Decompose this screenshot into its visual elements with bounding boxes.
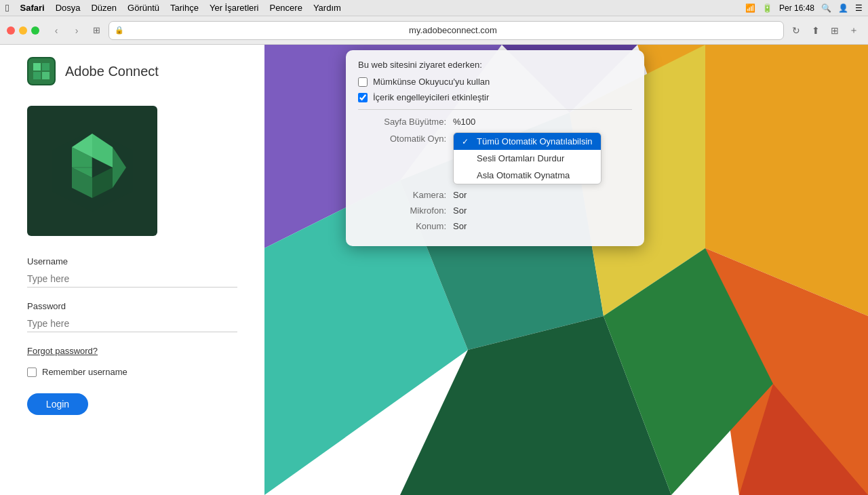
menu-yardim[interactable]: Yardım (313, 3, 341, 13)
user-icon[interactable]: 👤 (838, 3, 848, 13)
password-field-group: Password (27, 301, 237, 332)
svg-rect-2 (33, 72, 41, 79)
autoplay-row: Otomatik Oyn: ✓ Tümü Otomatik Oynatılabi… (358, 132, 632, 184)
settings-popup: Bu web sitesini ziyaret ederken: Mümküns… (346, 50, 644, 246)
camera-value: Sor (453, 190, 467, 200)
username-field-group: Username (27, 256, 237, 288)
divider1 (358, 109, 632, 110)
app-header: Adobe Connect (27, 45, 237, 99)
svg-rect-0 (33, 63, 41, 71)
autoplay-menu: ✓ Tümü Otomatik Oynatılabilsin Sesli Ort… (453, 132, 601, 184)
menu-pencere[interactable]: Pencere (269, 3, 302, 13)
app-title: Adobe Connect (65, 64, 159, 79)
page-zoom-row: Sayfa Büyütme: %100 (358, 117, 632, 127)
autoplay-option-never[interactable]: Asla Otomatik Oynatma (454, 167, 601, 184)
lock-icon: 🔒 (115, 26, 124, 35)
browser-chrome: ‹ › ⊞ 🔒 my.adobeconnect.com ↻ ⬆ ⊞ ＋ (0, 16, 868, 45)
battery-icon: 🔋 (762, 3, 772, 13)
autoplay-option-nosound[interactable]: Sesli Ortamları Durdur (454, 150, 601, 167)
username-input[interactable] (27, 271, 237, 288)
datetime-display: Per 16:48 (779, 3, 814, 13)
location-row: Konum: Sor (358, 221, 632, 231)
forward-button[interactable]: › (69, 23, 84, 38)
microphone-value: Sor (453, 205, 467, 216)
svg-rect-3 (42, 72, 50, 79)
menu-duzen[interactable]: Düzen (91, 3, 117, 13)
reader-checkbox[interactable] (358, 77, 368, 87)
close-button[interactable] (7, 26, 15, 35)
menu-bar-left:  Safari Dosya Düzen Görüntü Tarihçe Yer… (5, 2, 341, 14)
menu-dosya[interactable]: Dosya (56, 3, 81, 13)
menu-bar:  Safari Dosya Düzen Görüntü Tarihçe Yer… (0, 0, 868, 16)
main-content: Adobe Connect (0, 45, 868, 495)
menu-bar-right: 📶 🔋 Per 16:48 🔍 👤 ☰ (745, 3, 863, 13)
list-icon[interactable]: ☰ (855, 3, 863, 13)
remember-row: Remember username (27, 367, 237, 377)
maximize-button[interactable] (31, 26, 39, 35)
menu-safari[interactable]: Safari (20, 3, 44, 13)
traffic-lights (7, 26, 39, 35)
page-zoom-value: %100 (453, 117, 475, 127)
logo-box (27, 106, 157, 236)
blocker-label: İçerik engelleyicileri etkinleştir (373, 92, 489, 102)
new-tab-button[interactable]: ⊞ (827, 23, 842, 38)
search-icon[interactable]: 🔍 (821, 3, 831, 13)
menu-tarihce[interactable]: Tarihçe (170, 3, 199, 13)
autoplay-option-nosound-label: Sesli Ortamları Durdur (477, 153, 564, 163)
page-zoom-label: Sayfa Büyütme: (358, 117, 446, 127)
forgot-password-link[interactable]: Forgot password? (27, 346, 237, 356)
autoplay-label: Otomatik Oyn: (358, 132, 446, 144)
address-bar[interactable]: 🔒 my.adobeconnect.com (108, 21, 784, 40)
checkbox-reader-row: Mümkünse Okuyucu'yu kullan (358, 77, 632, 87)
minimize-button[interactable] (19, 26, 27, 35)
remember-label: Remember username (42, 367, 127, 377)
wifi-icon: 📶 (745, 3, 755, 13)
login-button[interactable]: Login (27, 393, 88, 415)
share-button[interactable]: ⬆ (808, 23, 823, 38)
popup-title: Bu web sitesini ziyaret ederken: (358, 60, 632, 70)
add-button[interactable]: ＋ (846, 23, 861, 38)
location-value: Sor (453, 221, 467, 231)
autoplay-dropdown[interactable]: ✓ Tümü Otomatik Oynatılabilsin Sesli Ort… (453, 132, 601, 184)
right-background: Bu web sitesini ziyaret ederken: Mümküns… (264, 45, 868, 495)
autoplay-option-never-label: Asla Otomatik Oynatma (477, 170, 570, 180)
reader-label: Mümkünse Okuyucu'yu kullan (373, 77, 490, 87)
location-label: Konum: (358, 221, 446, 231)
username-label: Username (27, 256, 237, 266)
microphone-label: Mikrofon: (358, 205, 446, 216)
login-panel: Adobe Connect (0, 45, 264, 495)
menu-yer-isaretleri[interactable]: Yer İşaretleri (210, 3, 259, 13)
reload-button[interactable]: ↻ (789, 24, 803, 37)
microphone-row: Mikrofon: Sor (358, 205, 632, 216)
svg-rect-1 (42, 63, 50, 71)
password-label: Password (27, 301, 237, 311)
blocker-checkbox[interactable] (358, 93, 368, 102)
menu-goruntu[interactable]: Görüntü (127, 3, 159, 13)
camera-label: Kamera: (358, 190, 446, 200)
back-button[interactable]: ‹ (49, 23, 64, 38)
camera-row: Kamera: Sor (358, 190, 632, 200)
browser-actions: ⬆ ⊞ ＋ (808, 23, 861, 38)
checkbox-blocker-row: İçerik engelleyicileri etkinleştir (358, 92, 632, 102)
tab-overview-button[interactable]: ⊞ (90, 24, 103, 37)
autoplay-option-all-label: Tümü Otomatik Oynatılabilsin (477, 136, 593, 146)
autoplay-option-all[interactable]: ✓ Tümü Otomatik Oynatılabilsin (454, 133, 601, 150)
app-icon (27, 57, 56, 85)
remember-checkbox[interactable] (27, 368, 37, 377)
url-display: my.adobeconnect.com (128, 25, 778, 35)
checkmark-icon: ✓ (462, 137, 471, 146)
password-input[interactable] (27, 315, 237, 332)
apple-menu[interactable]:  (5, 2, 9, 14)
